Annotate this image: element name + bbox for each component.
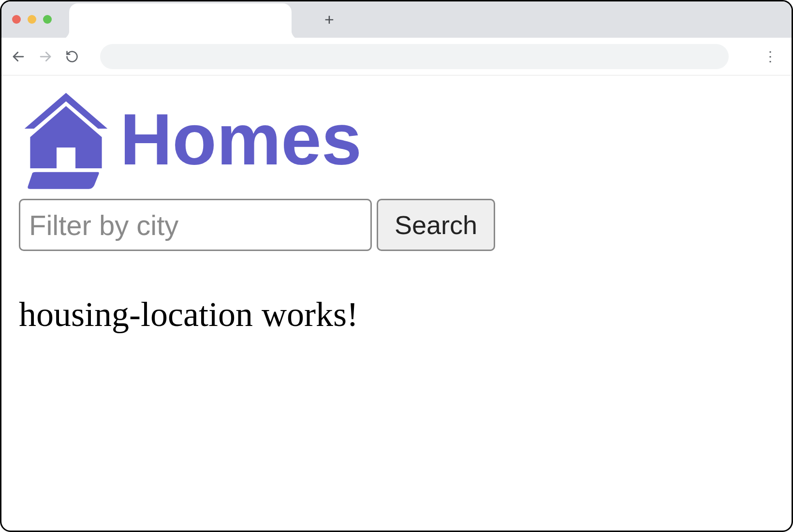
- fullscreen-window-button[interactable]: [43, 15, 52, 24]
- reload-icon[interactable]: [65, 50, 79, 63]
- back-icon[interactable]: [11, 49, 26, 64]
- search-form: Search: [19, 199, 774, 251]
- browser-tab[interactable]: [69, 3, 292, 40]
- browser-window: + ⋮: [0, 0, 793, 532]
- brand-header: Homes: [19, 87, 774, 191]
- browser-menu-icon[interactable]: ⋮: [761, 48, 782, 64]
- page-content: Homes Search housing-location works!: [1, 75, 792, 346]
- close-window-button[interactable]: [12, 15, 21, 24]
- address-bar[interactable]: [100, 44, 729, 69]
- minimize-window-button[interactable]: [28, 15, 36, 24]
- filter-city-input[interactable]: [19, 199, 372, 251]
- window-controls: [12, 15, 52, 24]
- forward-icon: [38, 49, 53, 64]
- housing-location-message: housing-location works!: [19, 295, 774, 335]
- browser-toolbar: ⋮: [1, 38, 792, 75]
- search-button[interactable]: Search: [377, 199, 495, 251]
- browser-tabstrip: +: [1, 1, 792, 38]
- house-logo-icon: [19, 87, 113, 191]
- new-tab-button[interactable]: +: [324, 11, 334, 28]
- brand-name: Homes: [120, 103, 362, 176]
